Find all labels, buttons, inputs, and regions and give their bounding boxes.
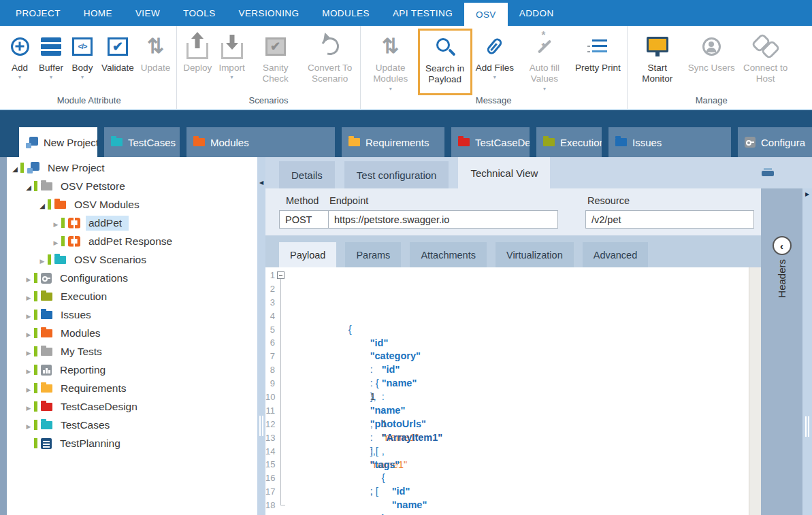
right-splitter[interactable]: ▶ xyxy=(802,188,812,515)
endpoint-label: Endpoint xyxy=(329,195,368,206)
expand-arrow-icon[interactable] xyxy=(23,419,34,431)
editor-line: 5 "name" : "nam xyxy=(265,323,761,337)
ribbon-button[interactable]: Pretty Print xyxy=(572,29,624,82)
expand-arrow-icon[interactable] xyxy=(23,346,34,358)
tree-item[interactable]: addPet xyxy=(7,214,257,232)
expand-arrow-icon[interactable] xyxy=(50,235,61,248)
document-tab[interactable]: Issues xyxy=(608,127,731,157)
expand-arrow-icon[interactable] xyxy=(23,364,34,376)
tree-item[interactable]: TestPlanning xyxy=(7,434,257,452)
tree-splitter[interactable]: ◀ xyxy=(257,157,265,515)
dropdown-arrow-icon[interactable]: ▾ xyxy=(81,73,84,81)
green-status-bar xyxy=(34,310,37,320)
print-icon[interactable] xyxy=(762,168,774,178)
document-tab[interactable]: TestCaseDesign xyxy=(451,127,530,157)
detail-tab[interactable]: Test configuration xyxy=(344,161,449,188)
expand-arrow-icon[interactable] xyxy=(10,162,20,174)
tree-item[interactable]: OSV Petstore xyxy=(7,177,257,195)
tree-item[interactable]: Modules xyxy=(7,324,257,342)
ribbon-button[interactable]: Sync Users xyxy=(685,29,738,82)
document-tab[interactable]: TestCases xyxy=(104,127,180,157)
tree-item[interactable]: Configurations xyxy=(7,269,257,287)
menu-item[interactable]: PROJECT xyxy=(4,0,72,26)
line-number: 13 xyxy=(265,431,276,445)
expand-arrow-icon[interactable] xyxy=(23,290,34,303)
ribbon-button[interactable]: Validate xyxy=(98,29,137,82)
ribbon-button[interactable]: Start Monitor xyxy=(630,29,685,94)
ribbon-button[interactable]: Add ▾ xyxy=(4,29,35,82)
tree-item[interactable]: TestCaseDesign xyxy=(7,397,257,416)
dropdown-arrow-icon[interactable]: ▾ xyxy=(493,73,496,81)
expand-arrow-icon[interactable] xyxy=(50,217,61,229)
tree-item[interactable]: New Project xyxy=(7,159,257,177)
expand-arrow-icon[interactable] xyxy=(23,180,34,193)
ribbon-button[interactable]: Add Files ▾ xyxy=(472,29,517,82)
ribbon-button[interactable]: Buffer ▾ xyxy=(35,29,67,82)
dropdown-arrow-icon[interactable]: ▾ xyxy=(18,73,21,81)
dropdown-arrow-icon[interactable]: ▾ xyxy=(389,85,392,93)
expand-arrow-icon[interactable] xyxy=(23,327,34,339)
expand-arrow-icon[interactable] xyxy=(37,254,48,266)
payload-tab[interactable]: Attachments xyxy=(410,242,487,267)
ribbon-button-icon-area xyxy=(422,31,468,63)
document-tab-label: New Project xyxy=(44,137,97,148)
menu-item[interactable]: ADDON xyxy=(508,0,566,26)
document-tab[interactable]: New Project × xyxy=(19,127,97,157)
tree-item[interactable]: TestCases xyxy=(7,416,257,434)
collapse-left-arrow-icon[interactable]: ◀ xyxy=(257,180,265,186)
fold-toggle-icon[interactable] xyxy=(277,271,285,279)
tree-item[interactable]: OSV Modules xyxy=(7,195,257,214)
ribbon-button[interactable]: Body ▾ xyxy=(67,29,98,82)
detail-tab[interactable]: Details xyxy=(279,161,335,188)
menu-item[interactable]: OSV xyxy=(464,3,508,26)
dropdown-arrow-icon[interactable]: ▾ xyxy=(543,85,546,93)
ribbon-button[interactable]: Auto fill Values ▾ xyxy=(517,29,572,94)
tree-item[interactable]: Issues xyxy=(7,305,257,324)
ribbon-button[interactable]: Connect to Host xyxy=(738,29,793,94)
menu-item[interactable]: VIEW xyxy=(124,0,172,26)
payload-tab[interactable]: Advanced xyxy=(583,242,649,267)
tree-item[interactable]: Reporting xyxy=(7,361,257,379)
menu-item[interactable]: HOME xyxy=(72,0,124,26)
tree-item[interactable]: Execution xyxy=(7,287,257,305)
tree-item[interactable]: My Tests xyxy=(7,342,257,361)
payload-tab[interactable]: Payload xyxy=(279,242,336,267)
ribbon-button[interactable]: Update xyxy=(137,29,174,82)
document-tab[interactable]: Requirements xyxy=(342,127,444,157)
tree-item[interactable]: OSV Scenarios xyxy=(7,250,257,269)
payload-tab[interactable]: Virtualization xyxy=(496,242,574,267)
expand-arrow-icon[interactable] xyxy=(23,382,34,395)
splitter-handle[interactable] xyxy=(805,416,809,437)
ribbon-button[interactable]: Sanity Check xyxy=(248,29,303,94)
endpoint-input[interactable] xyxy=(328,210,558,229)
ribbon-button[interactable]: Convert To Scenario xyxy=(303,29,357,94)
expand-arrow-icon[interactable] xyxy=(23,309,34,321)
editor-scrollbar[interactable] xyxy=(749,267,761,515)
expand-headers-button[interactable]: ‹ xyxy=(773,236,792,255)
collapse-right-arrow-icon[interactable]: ▶ xyxy=(802,191,812,197)
headers-collapsed-panel[interactable]: ‹ Headers xyxy=(761,188,802,515)
payload-tab[interactable]: Params xyxy=(345,242,401,267)
dropdown-arrow-icon[interactable]: ▾ xyxy=(50,73,52,81)
dropdown-arrow-icon[interactable]: ▾ xyxy=(231,73,233,81)
expand-arrow-icon[interactable] xyxy=(37,199,48,211)
menu-item[interactable]: MODULES xyxy=(310,0,381,26)
expand-arrow-icon[interactable] xyxy=(23,401,34,413)
document-tab[interactable]: Modules xyxy=(186,127,335,157)
menu-item[interactable]: API TESTING xyxy=(381,0,464,26)
resource-input[interactable] xyxy=(585,210,754,229)
ribbon-button[interactable]: Import ▾ xyxy=(215,29,248,82)
expand-arrow-icon[interactable] xyxy=(23,272,34,284)
menu-item[interactable]: VERSIONING xyxy=(227,0,311,26)
tree-item[interactable]: Requirements xyxy=(7,379,257,397)
tree-item[interactable]: addPet Response xyxy=(7,232,257,250)
menu-item[interactable]: TOOLS xyxy=(172,0,227,26)
document-tab[interactable]: Configura xyxy=(738,127,812,157)
detail-tab[interactable]: Technical View xyxy=(458,157,550,188)
splitter-handle[interactable] xyxy=(259,416,263,436)
ribbon-button[interactable]: Update Modules ▾ xyxy=(363,29,418,94)
ribbon-button[interactable]: Search in Payload xyxy=(418,29,472,95)
payload-editor[interactable]: 1 { 2 xyxy=(265,267,761,515)
ribbon-button[interactable]: Deploy xyxy=(180,29,215,82)
document-tab[interactable]: Execution xyxy=(536,127,602,157)
